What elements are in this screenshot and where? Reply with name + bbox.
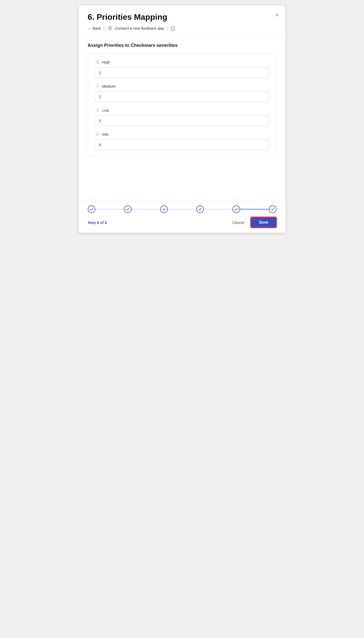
priority-label-low: ↓ Low — [95, 108, 269, 113]
breadcrumb-separator-2: | — [166, 26, 168, 31]
medium-input[interactable] — [95, 91, 269, 102]
breadcrumb-doc-icon: 📋 — [170, 26, 175, 31]
step-circle-1 — [88, 205, 95, 213]
step-circle-2 — [124, 205, 132, 213]
step-line-2 — [132, 209, 160, 209]
svg-text:↓: ↓ — [97, 109, 98, 112]
step-circle-4 — [196, 205, 204, 213]
info-label: Info — [102, 132, 109, 137]
shield-info-icon: i — [95, 132, 100, 137]
priority-item-medium: ! Medium — [95, 84, 269, 102]
priorities-card: ! High ! Medium — [88, 53, 276, 157]
step-line-4 — [204, 209, 232, 209]
back-arrow-icon: ← Back — [88, 26, 101, 30]
low-input[interactable] — [95, 115, 269, 126]
save-button[interactable]: Save — [251, 217, 276, 228]
app-logo-icon — [107, 25, 113, 31]
shield-high-icon: ! — [95, 60, 100, 65]
priority-label-medium: ! Medium — [95, 84, 269, 89]
footer-buttons: Cancel Save — [229, 217, 276, 228]
medium-label: Medium — [102, 84, 116, 88]
svg-text:!: ! — [97, 61, 98, 64]
info-input[interactable] — [95, 139, 269, 150]
modal-container: 6. Priorities Mapping × ← Back | Connect… — [78, 5, 286, 233]
cancel-button[interactable]: Cancel — [229, 218, 248, 227]
breadcrumb: ← Back | Connect a new feedback app | 📋 — [88, 25, 276, 31]
breadcrumb-separator: | — [103, 26, 105, 31]
modal-header: 6. Priorities Mapping × ← Back | Connect… — [79, 5, 286, 35]
step-line-1 — [95, 209, 124, 209]
priority-item-high: ! High — [95, 60, 269, 78]
step-line-3 — [168, 209, 196, 209]
modal-body: Assign Priorities to Checkmarx severitie… — [79, 35, 286, 200]
step-circle-5 — [232, 205, 240, 213]
modal-footer: Step 6 of 6 Cancel Save — [79, 200, 286, 233]
priority-item-info: i Info — [95, 132, 269, 150]
svg-text:i: i — [97, 133, 98, 136]
modal-title: 6. Priorities Mapping — [88, 12, 276, 22]
breadcrumb-app: Connect a new feedback app — [107, 25, 164, 31]
high-label: High — [102, 60, 110, 64]
steps-bar — [88, 205, 276, 213]
priority-label-info: i Info — [95, 132, 269, 137]
step-circle-3 — [160, 205, 168, 213]
step-label: Step 6 of 6 — [88, 220, 107, 225]
app-name-label: Connect a new feedback app — [115, 26, 164, 30]
step-circle-6 — [269, 205, 276, 213]
footer-actions: Step 6 of 6 Cancel Save — [88, 217, 276, 228]
shield-medium-icon: ! — [95, 84, 100, 89]
section-title: Assign Priorities to Checkmarx severitie… — [88, 43, 276, 48]
high-input[interactable] — [95, 67, 269, 78]
priority-label-high: ! High — [95, 60, 269, 65]
close-button[interactable]: × — [275, 12, 279, 17]
low-label: Low — [102, 108, 109, 112]
shield-low-icon: ↓ — [95, 108, 100, 113]
step-line-5 — [240, 209, 269, 209]
svg-text:!: ! — [97, 85, 98, 88]
back-button[interactable]: ← Back — [88, 26, 101, 30]
priority-item-low: ↓ Low — [95, 108, 269, 126]
